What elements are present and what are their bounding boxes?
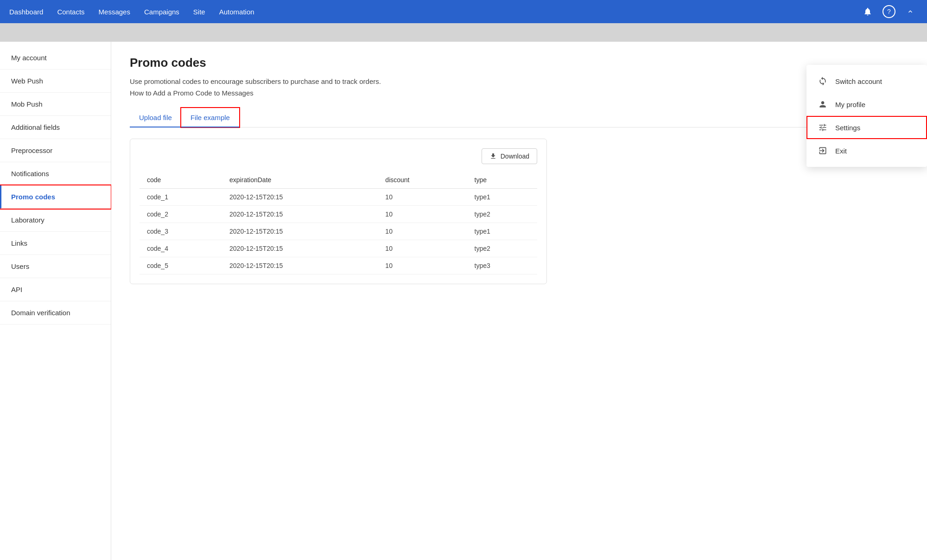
cell-type: type2: [467, 240, 537, 257]
sidebar-item-my-account[interactable]: My account: [0, 46, 111, 70]
table-row: code_42020-12-15T20:1510type2: [140, 240, 537, 257]
nav-automation[interactable]: Automation: [219, 8, 254, 16]
settings-label: Settings: [835, 124, 860, 132]
chevron-up-icon[interactable]: [903, 4, 918, 19]
main-content: Promo codes Use promotional codes to enc…: [111, 42, 927, 560]
nav-messages[interactable]: Messages: [99, 8, 130, 16]
table-row: code_22020-12-15T20:1510type2: [140, 206, 537, 223]
cell-discount: 10: [378, 223, 467, 240]
my-profile-icon: [818, 99, 828, 109]
navbar: Dashboard Contacts Messages Campaigns Si…: [0, 0, 927, 23]
cell-code: code_1: [140, 189, 222, 206]
cell-expirationDate: 2020-12-15T20:15: [222, 257, 378, 274]
sidebar-item-mob-push[interactable]: Mob Push: [0, 93, 111, 116]
cell-type: type1: [467, 189, 537, 206]
cell-type: type2: [467, 206, 537, 223]
dropdown-menu: Switch account My profile Settings: [806, 65, 927, 167]
cell-discount: 10: [378, 206, 467, 223]
nav-contacts[interactable]: Contacts: [57, 8, 84, 16]
data-table: code expirationDate discount type code_1…: [140, 172, 537, 274]
page-description: Use promotional codes to encourage subsc…: [130, 77, 426, 85]
subheader: [0, 23, 927, 42]
cell-expirationDate: 2020-12-15T20:15: [222, 206, 378, 223]
cell-type: type1: [467, 223, 537, 240]
col-header-type: type: [467, 172, 537, 189]
cell-code: code_5: [140, 257, 222, 274]
dropdown-exit[interactable]: Exit: [806, 139, 927, 162]
col-header-expiration: expirationDate: [222, 172, 378, 189]
cell-expirationDate: 2020-12-15T20:15: [222, 189, 378, 206]
download-icon: [489, 153, 497, 160]
tabs: Upload file File example: [130, 108, 908, 127]
cell-expirationDate: 2020-12-15T20:15: [222, 240, 378, 257]
sidebar: My account Web Push Mob Push Additional …: [0, 42, 111, 560]
exit-icon: [818, 146, 828, 156]
nav-dashboard[interactable]: Dashboard: [9, 8, 43, 16]
dropdown-settings[interactable]: Settings: [806, 116, 927, 139]
switch-account-icon: [818, 76, 828, 86]
cell-discount: 10: [378, 189, 467, 206]
download-button[interactable]: Download: [482, 148, 537, 164]
sidebar-item-users[interactable]: Users: [0, 255, 111, 278]
cell-code: code_4: [140, 240, 222, 257]
how-to-link[interactable]: How to Add a Promo Code to Messages: [130, 89, 908, 97]
table-row: code_52020-12-15T20:1510type3: [140, 257, 537, 274]
sidebar-item-domain-verification[interactable]: Domain verification: [0, 301, 111, 325]
tab-upload-file[interactable]: Upload file: [130, 108, 181, 127]
sidebar-item-preprocessor[interactable]: Preprocessor: [0, 139, 111, 162]
sidebar-item-notifications[interactable]: Notifications: [0, 162, 111, 185]
cell-code: code_2: [140, 206, 222, 223]
table-row: code_12020-12-15T20:1510type1: [140, 189, 537, 206]
table-row: code_32020-12-15T20:1510type1: [140, 223, 537, 240]
page-title: Promo codes: [130, 56, 908, 70]
my-profile-label: My profile: [835, 101, 865, 108]
sidebar-item-laboratory[interactable]: Laboratory: [0, 209, 111, 232]
nav-site[interactable]: Site: [193, 8, 205, 16]
settings-icon: [818, 122, 828, 133]
sidebar-item-promo-codes[interactable]: Promo codes: [0, 185, 111, 209]
main-container: My account Web Push Mob Push Additional …: [0, 42, 927, 560]
sidebar-item-api[interactable]: API: [0, 278, 111, 301]
tab-file-example[interactable]: File example: [181, 108, 239, 127]
col-header-code: code: [140, 172, 222, 189]
sidebar-item-web-push[interactable]: Web Push: [0, 70, 111, 93]
cell-code: code_3: [140, 223, 222, 240]
sidebar-item-additional-fields[interactable]: Additional fields: [0, 116, 111, 139]
nav-campaigns[interactable]: Campaigns: [144, 8, 179, 16]
help-icon[interactable]: ?: [883, 5, 895, 18]
cell-discount: 10: [378, 240, 467, 257]
dropdown-switch-account[interactable]: Switch account: [806, 70, 927, 93]
dropdown-my-profile[interactable]: My profile: [806, 93, 927, 116]
cell-type: type3: [467, 257, 537, 274]
navbar-links: Dashboard Contacts Messages Campaigns Si…: [9, 8, 860, 16]
cell-expirationDate: 2020-12-15T20:15: [222, 223, 378, 240]
switch-account-label: Switch account: [835, 77, 882, 85]
bell-icon[interactable]: [860, 4, 875, 19]
cell-discount: 10: [378, 257, 467, 274]
col-header-discount: discount: [378, 172, 467, 189]
sidebar-item-links[interactable]: Links: [0, 232, 111, 255]
download-label: Download: [501, 153, 529, 160]
navbar-icons: ?: [860, 4, 918, 19]
table-header-row: code expirationDate discount type: [140, 172, 537, 189]
table-section: Download code expirationDate discount ty…: [130, 139, 547, 284]
exit-label: Exit: [835, 147, 847, 155]
table-actions: Download: [140, 148, 537, 164]
